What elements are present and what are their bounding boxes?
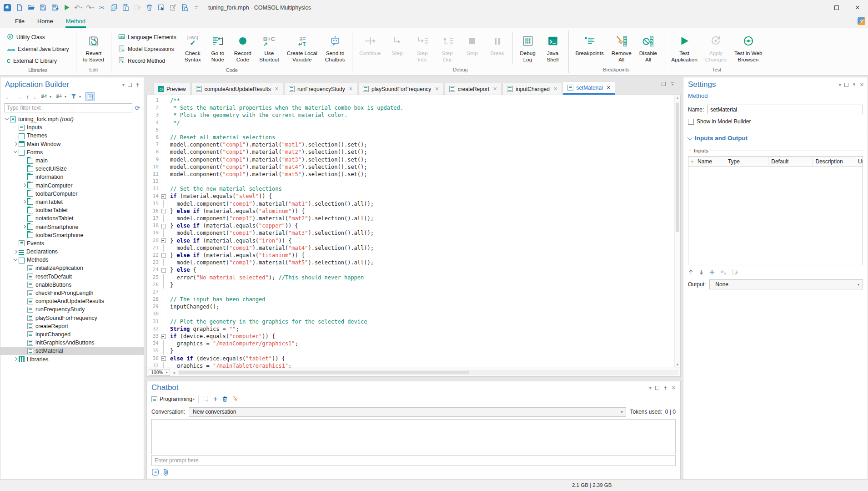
new-conversation-icon[interactable]: + [213,396,218,402]
tree-item-mainsmartphone[interactable]: mainSmartphone [0,223,144,231]
tree-item-enablebuttons[interactable]: enableButtons [0,281,144,289]
hscroll-left-icon[interactable]: ◂ [173,370,175,375]
inputs-table-header-default[interactable]: Default [768,157,813,166]
inputs-and-output-section[interactable]: Inputs and Output [688,135,863,142]
save-icon[interactable] [37,2,48,14]
tree-item-themes[interactable]: Themes [0,132,144,140]
paste-icon[interactable] [120,2,131,14]
tree-item-tuning-fork-mph[interactable]: tuning_fork.mph (root) [0,115,144,123]
expand-icon[interactable] [13,356,19,362]
new-file-icon[interactable] [14,2,25,14]
tree-item-inputchanged[interactable]: inputChanged [0,330,144,339]
filter-caret[interactable]: ▾ [79,95,81,99]
ribbon-button-java-shell[interactable]: JavaShell [541,30,565,66]
inputs-table-header-type[interactable]: Type [725,157,768,166]
refresh-icon[interactable]: ⟳ [135,104,140,111]
forward-arrow-icon[interactable]: → [15,94,22,100]
tree-item-resettodefault[interactable]: resetToDefault [0,273,144,281]
tree-item-maintablet[interactable]: mainTablet [0,198,144,206]
ribbon-tab-method[interactable]: Method [61,15,90,28]
tree-item-selectuisize[interactable]: selectUISize [0,165,144,173]
copy-icon[interactable] [108,2,119,14]
ribbon-item-external-c-library[interactable]: CExternal C Library [4,55,72,67]
tree-item-declarations[interactable]: Declarations [0,248,144,256]
tree-item-runfrequencystudy[interactable]: runFrequencyStudy [0,305,144,314]
redo-icon[interactable]: ↷▾ [85,2,95,14]
chatbot-close-icon[interactable]: ✕ [672,385,676,391]
collapse-all-caret[interactable]: ▾ [65,95,66,99]
expand-icon[interactable] [13,141,19,147]
maximize-button[interactable] [826,0,847,15]
settings-menu-icon[interactable]: ▾ [839,83,841,87]
code-editor[interactable]: 1/**2 * Sets the material properties whe… [146,95,681,368]
tree-item-createreport[interactable]: createReport [0,322,144,330]
expand-icon[interactable] [13,249,19,255]
tree-item-information[interactable]: information [0,173,144,181]
edit-table-icon[interactable] [732,269,739,275]
help-icon[interactable]: ? [858,17,865,25]
tree-item-toolbarcomputer[interactable]: toolbarComputer [0,190,144,198]
tree-item-playsoundforfrequency[interactable]: playSoundForFrequency [0,314,144,322]
collapse-icon[interactable] [13,149,19,155]
ribbon-button-check-syntax[interactable]: [ABC]✓CheckSyntax [181,30,205,67]
tree-item-maincomputer[interactable]: mainComputer [0,182,144,190]
tree-item-initializeapplication[interactable]: initializeApplication [0,264,144,272]
scroll-down-icon[interactable]: ▼ [675,363,680,367]
ribbon-button-revert-to-saved[interactable]: Revertto Saved [80,30,108,66]
chatbot-pin-icon[interactable] [663,385,668,391]
close-tab-icon[interactable]: ✕ [553,86,557,92]
close-tab-icon[interactable]: ✕ [349,86,353,92]
ribbon-item-record-method[interactable]: Record Method [115,55,180,67]
ribbon-button-disable-all[interactable]: DisableAll [636,30,660,66]
close-tab-icon[interactable]: ✕ [607,85,611,91]
ribbon-item-utility-class[interactable]: Utility Class [4,31,72,43]
duplicate-icon[interactable] [132,2,143,14]
tab-list-icon[interactable] [670,81,675,86]
close-tab-icon[interactable]: ✕ [493,86,497,92]
fold-marker-icon[interactable] [161,355,167,362]
open-icon[interactable] [25,2,36,14]
tree-item-main[interactable]: main [0,157,144,165]
add-input-icon[interactable] [709,269,715,275]
settings-node-type[interactable]: Method [688,92,863,99]
ribbon-button-breakpoints[interactable]: Breakpoints [572,30,607,66]
expand-all-icon[interactable] [40,93,47,101]
fold-marker-icon[interactable] [161,208,167,215]
settings-float-icon[interactable] [844,83,848,87]
move-up-icon[interactable]: ↑ [26,94,29,100]
ribbon-item-external-java-library[interactable]: JavaExternal Java Library [4,43,72,55]
panel-menu-icon[interactable]: ▾ [122,83,125,87]
tree-item-main-window[interactable]: Main Window [0,140,144,148]
horizontal-scrollbar[interactable] [178,370,678,375]
move-row-down-icon[interactable] [698,269,704,275]
float-panel-icon[interactable] [128,83,132,87]
select-region-icon[interactable] [156,2,166,14]
editor-tab-playsoundforfrequency[interactable]: playSoundForFrequency✕ [358,83,444,95]
tree-item-inputs[interactable]: Inputs [0,123,144,132]
tree-item-toolbartablet[interactable]: toolbarTablet [0,206,144,214]
close-tab-icon[interactable]: ✕ [435,86,439,92]
tree-item-toolbarsmartphone[interactable]: toolbarSmartphone [0,231,144,239]
collapse-icon[interactable] [4,116,10,122]
move-down-icon[interactable]: ↓ [33,94,36,100]
attach-file-icon[interactable] [163,468,169,476]
chatbot-mode-dropdown[interactable]: Programming ▾ [151,396,195,402]
ribbon-tab-home[interactable]: Home [32,15,58,28]
ribbon-button-use-shortcut[interactable]: B+C↗UseShortcut [256,30,282,67]
editor-tab-setmaterial[interactable]: setMaterial✕ [563,81,615,95]
save-as-icon[interactable] [49,2,60,14]
conversation-select[interactable]: New conversation ▾ [189,407,626,417]
fold-marker-icon[interactable] [161,252,167,259]
vertical-scrollbar[interactable]: ▲ ▼ [674,95,680,368]
insert-code-icon[interactable] [202,395,210,403]
pin-icon[interactable] [135,82,140,88]
ribbon-button-create-local-variable[interactable]: a=↵TCreate LocalVariable [284,30,321,67]
delete-icon[interactable] [144,2,155,14]
editor-tab-createreport[interactable]: createReport✕ [445,83,502,95]
ribbon-tab-file[interactable]: File [10,15,30,28]
settings-close-icon[interactable]: ✕ [860,82,864,88]
tree-item-initgraphicsandbuttons[interactable]: initGraphicsAndButtons [0,339,144,347]
conversation-history[interactable] [151,419,676,454]
scroll-up-icon[interactable]: ▲ [675,96,680,100]
scrollbar-thumb[interactable] [676,102,679,232]
